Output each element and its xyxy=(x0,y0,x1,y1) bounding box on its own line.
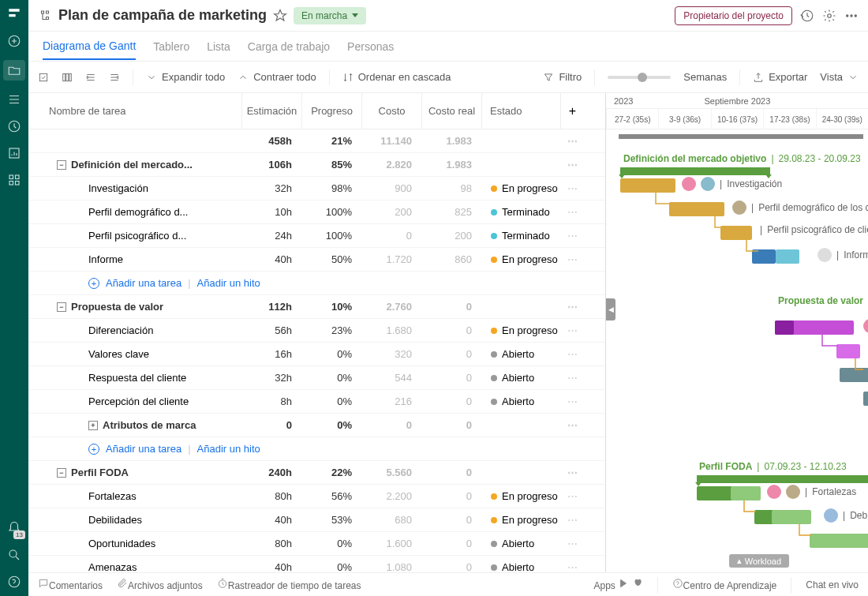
gantt-bar[interactable] xyxy=(720,226,752,240)
task-name: Atributos de marca xyxy=(103,419,196,431)
grid-icon[interactable] xyxy=(6,172,22,188)
row-actions-icon[interactable]: ⋯ xyxy=(560,159,584,171)
table-row[interactable]: 458h21%11.1401.983⋯ xyxy=(28,129,605,153)
row-actions-icon[interactable]: ⋯ xyxy=(560,348,584,360)
help-icon[interactable] xyxy=(6,574,22,590)
workload-button[interactable]: ▴ Workload xyxy=(729,554,789,568)
expand-icon[interactable]: + xyxy=(88,421,98,430)
table-row[interactable]: Fortalezas80h56%2.2000En progreso⋯ xyxy=(28,485,605,508)
col-cost[interactable]: Costo xyxy=(361,93,421,129)
table-row[interactable]: Debilidades40h53%6800En progreso⋯ xyxy=(28,508,605,532)
project-owner-button[interactable]: Propietario del proyecto xyxy=(675,6,792,25)
hierarchy-icon[interactable] xyxy=(38,9,52,23)
zoom-slider[interactable] xyxy=(608,76,671,79)
row-actions-icon[interactable]: ⋯ xyxy=(560,561,584,572)
table-row[interactable]: Percepción del cliente8h0%2160Abierto⋯ xyxy=(28,390,605,414)
tab-board[interactable]: Tablero xyxy=(153,40,189,59)
collapse-panel-handle[interactable]: ◀ xyxy=(606,298,615,320)
expand-all-button[interactable]: Expandir todo xyxy=(146,71,225,83)
view-button[interactable]: Vista xyxy=(820,71,859,83)
table-row[interactable]: Informe40h50%1.720860En progreso⋯ xyxy=(28,248,605,272)
attachments-button[interactable]: Archivos adjuntos xyxy=(117,578,203,591)
row-actions-icon[interactable]: ⋯ xyxy=(560,419,584,431)
gantt-chart[interactable]: Definición del mercado objetivo | 29.08.… xyxy=(606,129,868,572)
collapse-icon[interactable]: − xyxy=(57,302,66,312)
collapse-icon[interactable]: − xyxy=(57,160,66,170)
table-row[interactable]: Oportunidades80h0%1.6000Abierto⋯ xyxy=(28,532,605,556)
row-actions-icon[interactable]: ⋯ xyxy=(560,538,584,549)
tab-workload[interactable]: Carga de trabajo xyxy=(248,40,330,59)
table-row[interactable]: Amenazas40h0%1.0800Abierto⋯ xyxy=(28,556,605,572)
table-row[interactable]: −Perfil FODA240h22%5.5600⋯ xyxy=(28,461,605,485)
add-task-row[interactable]: +Añadir una tarea|Añadir un hito xyxy=(28,437,605,461)
col-name[interactable]: Nombre de tarea xyxy=(28,93,241,129)
row-actions-icon[interactable]: ⋯ xyxy=(560,324,584,336)
status-badge[interactable]: En marcha xyxy=(294,7,366,24)
list-icon[interactable] xyxy=(6,92,22,107)
gantt-bar[interactable] xyxy=(620,178,675,193)
live-chat-button[interactable]: Chat en vivo xyxy=(806,579,859,590)
row-actions-icon[interactable]: ⋯ xyxy=(560,135,584,147)
time-tracker-button[interactable]: Rastreador de tiempo de tareas xyxy=(217,578,361,591)
gantt-bar[interactable] xyxy=(836,344,860,358)
table-row[interactable]: −Definición del mercado...106h85%2.8201.… xyxy=(28,153,605,177)
row-actions-icon[interactable]: ⋯ xyxy=(560,395,584,407)
add-task-row[interactable]: +Añadir una tarea|Añadir un hito xyxy=(28,272,605,295)
row-actions-icon[interactable]: ⋯ xyxy=(560,301,584,313)
col-progress[interactable]: Progreso xyxy=(301,93,361,129)
table-row[interactable]: +Atributos de marca00%00⋯ xyxy=(28,414,605,437)
row-actions-icon[interactable]: ⋯ xyxy=(560,490,584,502)
clock-icon[interactable] xyxy=(6,118,22,134)
learning-center-button[interactable]: Centro de Aprendizaje xyxy=(672,578,777,591)
table-row[interactable]: Valores clave16h0%3200Abierto⋯ xyxy=(28,343,605,366)
table-row[interactable]: −Propuesta de valor112h10%2.7600⋯ xyxy=(28,295,605,319)
row-actions-icon[interactable]: ⋯ xyxy=(560,230,584,242)
gantt-bar[interactable] xyxy=(840,368,868,382)
collapse-all-button[interactable]: Contraer todo xyxy=(238,71,316,83)
col-status[interactable]: Estado xyxy=(481,93,560,129)
star-icon[interactable] xyxy=(273,9,287,23)
more-icon[interactable] xyxy=(844,9,859,23)
table-row[interactable]: Respuesta del cliente32h0%5440Abierto⋯ xyxy=(28,366,605,390)
add-column-button[interactable]: + xyxy=(560,93,584,129)
tab-gantt[interactable]: Diagrama de Gantt xyxy=(43,39,136,60)
row-actions-icon[interactable]: ⋯ xyxy=(560,467,584,478)
table-row[interactable]: Perfil demográfico d...10h100%200825Term… xyxy=(28,201,605,224)
row-actions-icon[interactable]: ⋯ xyxy=(560,253,584,265)
select-mode-icon[interactable] xyxy=(38,72,49,83)
table-row[interactable]: Diferenciación56h23%1.6800En progreso⋯ xyxy=(28,319,605,343)
row-actions-icon[interactable]: ⋯ xyxy=(560,372,584,384)
task-name: Perfil demográfico d... xyxy=(88,206,188,218)
folder-icon[interactable] xyxy=(3,60,25,81)
cascade-sort-button[interactable]: Ordenar en cascada xyxy=(342,71,451,83)
comments-button[interactable]: Comentarios xyxy=(38,578,103,591)
bell-icon[interactable]: 13 xyxy=(6,520,22,536)
gantt-bar[interactable] xyxy=(810,534,868,548)
settings-icon[interactable] xyxy=(822,9,836,23)
table-row[interactable]: Investigación32h98%90098En progreso⋯ xyxy=(28,177,605,201)
col-estimation[interactable]: Estimación xyxy=(241,93,301,129)
gantt-bar[interactable] xyxy=(863,392,868,406)
apps-button[interactable]: Apps xyxy=(594,578,643,591)
indent-icon[interactable] xyxy=(85,72,96,83)
collapse-icon[interactable]: − xyxy=(57,468,66,478)
row-actions-icon[interactable]: ⋯ xyxy=(560,182,584,194)
outdent-icon[interactable] xyxy=(109,72,120,83)
search-icon[interactable] xyxy=(6,547,22,563)
logo-icon[interactable] xyxy=(6,6,22,22)
tab-people[interactable]: Personas xyxy=(347,40,394,59)
tab-list[interactable]: Lista xyxy=(207,40,230,59)
export-button[interactable]: Exportar xyxy=(753,71,807,83)
gantt-bar[interactable] xyxy=(776,249,799,264)
gantt-bar[interactable] xyxy=(752,249,776,264)
add-icon[interactable] xyxy=(6,33,22,49)
report-icon[interactable] xyxy=(6,145,22,161)
row-actions-icon[interactable]: ⋯ xyxy=(560,206,584,218)
history-icon[interactable] xyxy=(800,9,814,23)
filter-button[interactable]: Filtro xyxy=(543,71,582,83)
gantt-bar[interactable] xyxy=(669,202,724,216)
table-row[interactable]: Perfil psicográfico d...24h100%0200Termi… xyxy=(28,224,605,248)
row-actions-icon[interactable]: ⋯ xyxy=(560,514,584,526)
columns-icon[interactable] xyxy=(62,72,73,83)
col-actual-cost[interactable]: Costo real xyxy=(421,93,481,129)
